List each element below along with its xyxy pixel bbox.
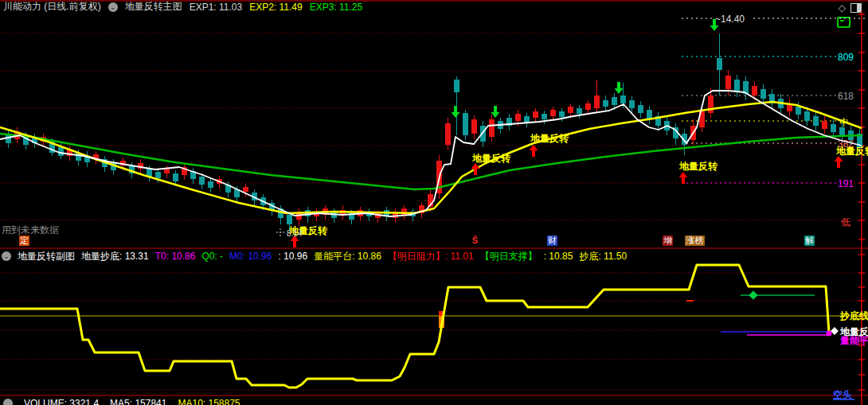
candle-body: [796, 107, 801, 115]
sub-right-label: 量能平台: [839, 335, 868, 346]
fib-label: 809: [838, 52, 854, 63]
candle-body: [58, 147, 64, 156]
bear-label: 空头: [833, 389, 852, 400]
future-data-note: 用到未来数据: [2, 224, 59, 237]
ma-green-line: [0, 134, 862, 189]
sub-chart-header: ⌄ 地量反转副图地量抄底: 13.31T0: 10.86Q0: -M0: 10.…: [2, 251, 627, 262]
candle-body: [559, 111, 565, 117]
candle-body: [471, 119, 477, 134]
sub-right-label: 抄底线: [839, 310, 868, 321]
candle-body: [533, 111, 538, 118]
candle-body: [208, 181, 213, 188]
event-marker-0[interactable]: 定: [19, 236, 29, 246]
candle-body: [243, 187, 248, 192]
buy-arrow-icon: [835, 156, 843, 168]
event-marker-5[interactable]: 解: [804, 236, 815, 246]
green-diamond-icon: [749, 290, 757, 299]
volume-field-0: VOLUME: 3321.4: [24, 398, 99, 405]
candle-body: [839, 127, 845, 135]
sub-header-field-3: Q0: -: [201, 251, 223, 262]
candle-body: [542, 114, 547, 119]
candle-body: [629, 100, 635, 108]
candle-body: [822, 121, 827, 129]
fib-label: ~14.40: [715, 14, 745, 25]
buy-arrow-icon: [530, 145, 538, 157]
candle-body: [734, 80, 740, 92]
sub-header-field-4: M0: 10.96: [229, 251, 272, 262]
buy-arrow-icon: [471, 163, 480, 175]
candle-body: [524, 116, 530, 123]
price-tag: 8.14: [287, 229, 303, 238]
sub-header-field-2: T0: 10.86: [155, 251, 196, 262]
sell-arrow-icon: [615, 82, 624, 94]
event-marker-3[interactable]: 增: [663, 236, 673, 246]
candle-body: [831, 124, 836, 132]
volume-field-2: MA10: 158875: [178, 398, 240, 405]
candle-body: [612, 97, 617, 105]
candle-body: [550, 110, 556, 116]
candle-body: [463, 113, 468, 135]
candle-body: [585, 103, 591, 110]
sub-header-field-0[interactable]: 地量反转副图: [18, 250, 75, 263]
volume-field-1: MA5: 157841: [110, 398, 166, 405]
candle-body: [445, 123, 451, 145]
candle-body: [489, 119, 495, 137]
candle-body: [287, 215, 292, 224]
candle-body: [296, 213, 302, 220]
candle-body: [515, 114, 521, 121]
buy-signal-label: 地量反转: [678, 161, 718, 172]
sub-header-field-5: : 10.96: [278, 251, 307, 262]
candle-body: [155, 172, 161, 178]
sub-header-field-8: 【明日支撑】: [480, 250, 538, 263]
candle-body: [717, 58, 722, 70]
candle-body: [752, 86, 757, 95]
sell-arrow-icon: [452, 106, 460, 118]
candle-body: [804, 111, 810, 121]
candle-body: [603, 100, 608, 107]
fib-label: 低: [841, 216, 850, 228]
buy-signal-label: 地量反转: [530, 133, 569, 144]
volume-header: VOLUME: 3321.4MA5: 157841MA10: 158875: [3, 398, 240, 405]
candle-body: [568, 107, 573, 113]
candle-body: [760, 89, 766, 99]
sub-header-field-6: 量能平台: 10.86: [314, 250, 381, 263]
candle-body: [638, 105, 643, 113]
fib-label: 191: [838, 178, 854, 189]
candle-body: [577, 108, 582, 114]
sub-header-field-10: 抄底: 11.50: [579, 250, 627, 263]
event-marker-1[interactable]: Ŝ: [470, 236, 480, 246]
candle-body: [594, 95, 600, 108]
trading-terminal: 川能动力 (日线.前复权) ⌄ 地量反转主图 EXP1: 11.03 EXP2:…: [0, 0, 868, 405]
sub-end-dot: [827, 331, 832, 337]
buy-arrow-icon: [679, 172, 688, 184]
candle-body: [725, 76, 731, 89]
event-marker-4[interactable]: 涨榜: [685, 236, 705, 246]
sub-header-field-1: 地量抄底: 13.31: [81, 250, 149, 263]
candle-body: [620, 95, 626, 103]
sub-header-field-7: 【明日阻力】: 11.01: [388, 250, 474, 263]
candle-body: [813, 116, 819, 126]
candle-body: [454, 80, 459, 92]
candle-body: [164, 169, 170, 173]
white-diamond-icon: [831, 327, 839, 335]
candle-body: [173, 173, 178, 181]
sub-header-field-9: : 10.85: [544, 251, 573, 262]
sell-arrow-icon: [491, 106, 500, 118]
candle-body: [199, 177, 205, 185]
chevron-down-icon[interactable]: ⌄: [2, 251, 11, 261]
fib-label: 618: [838, 91, 854, 102]
buy-signal-label: 地量反转: [471, 153, 511, 164]
volume-collapse-icon[interactable]: [3, 399, 13, 405]
sub-indicator-line: [0, 265, 829, 387]
event-marker-2[interactable]: 财: [547, 236, 557, 246]
buy-signal-label: 地量反转: [835, 146, 868, 157]
chart-canvas[interactable]: ~14.40809618中382191低地量反转地量反转地量反转地量反转地量反转…: [0, 0, 868, 405]
